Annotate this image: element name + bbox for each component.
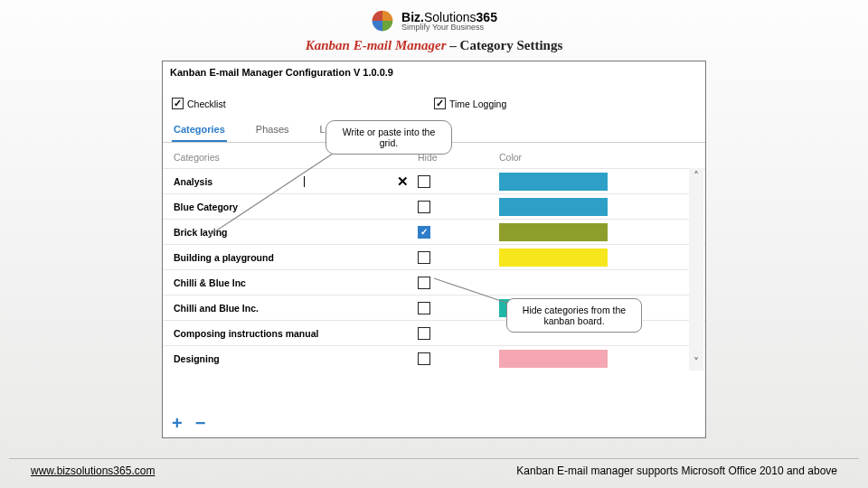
hide-checkbox[interactable] (418, 226, 430, 239)
table-row[interactable]: Analysis ✕ (163, 168, 705, 193)
scrollbar[interactable]: ˄ ˅ (689, 168, 703, 371)
window-title: Kanban E-mail Manager Configuration V 1.… (163, 61, 705, 98)
category-cell[interactable]: Building a playground (174, 252, 418, 263)
page-title: Kanban E-mail Manager – Category Setting… (0, 38, 868, 53)
page-footer: www.bizsolutions365.com Kanban E-mail ma… (9, 458, 859, 477)
add-row-button[interactable]: + (172, 413, 183, 434)
timelogging-toggle[interactable]: Time Logging (434, 98, 696, 109)
footer-note: Kanban E-mail manager supports Microsoft… (516, 465, 837, 477)
hide-checkbox[interactable] (418, 201, 430, 213)
grid-footer-buttons: + − (172, 413, 205, 434)
callout-hide-categories: Hide categories from the kanban board. (506, 298, 642, 333)
footer-url[interactable]: www.bizsolutions365.com (31, 465, 155, 477)
timelogging-label: Time Logging (449, 99, 506, 109)
table-row[interactable]: Blue Category (163, 193, 705, 219)
category-cell[interactable]: Analysis ✕ (174, 174, 418, 190)
brand-tagline: Simplify Your Business (401, 23, 497, 32)
table-row[interactable]: Chilli & Blue Inc (163, 269, 705, 295)
scroll-down-icon[interactable]: ˅ (692, 354, 701, 371)
checkbox-icon (434, 98, 446, 109)
color-swatch[interactable] (499, 274, 608, 292)
checklist-label: Checklist (187, 99, 226, 109)
category-cell[interactable]: Chilli & Blue Inc (174, 277, 418, 288)
scroll-up-icon[interactable]: ˄ (692, 168, 701, 184)
tab-categories[interactable]: Categories (172, 118, 227, 142)
table-row[interactable]: Building a playground (163, 244, 705, 269)
checklist-toggle[interactable]: Checklist (172, 98, 434, 109)
col-color: Color (499, 152, 608, 163)
category-cell[interactable]: Designing (174, 353, 418, 364)
color-swatch[interactable] (499, 350, 608, 368)
callout-write-paste: Write or paste into the grid. (326, 120, 452, 155)
hide-checkbox[interactable] (418, 302, 430, 314)
category-cell[interactable]: Chilli and Blue Inc. (174, 303, 418, 314)
tab-phases[interactable]: Phases (254, 118, 291, 142)
brand-logo-row: Biz.Solutions365 Simplify Your Business (0, 0, 868, 36)
checkbox-icon (172, 98, 184, 109)
hide-checkbox[interactable] (418, 352, 430, 365)
hide-checkbox[interactable] (418, 277, 430, 289)
hide-checkbox[interactable] (418, 251, 430, 264)
hide-checkbox[interactable] (418, 175, 430, 188)
color-swatch[interactable] (499, 223, 608, 241)
config-window: Kanban E-mail Manager Configuration V 1.… (162, 61, 706, 438)
hide-checkbox[interactable] (418, 327, 430, 340)
table-row[interactable]: Brick laying (163, 219, 705, 244)
color-swatch[interactable] (499, 249, 608, 267)
brand-logo-icon (371, 9, 394, 33)
category-cell[interactable]: Blue Category (174, 202, 418, 212)
color-swatch[interactable] (499, 173, 608, 191)
category-cell[interactable]: Composing instructions manual (174, 328, 418, 339)
remove-row-button[interactable]: − (195, 413, 206, 434)
table-row[interactable]: Designing (163, 345, 705, 371)
category-cell[interactable]: Brick laying (174, 227, 418, 238)
feature-row: Checklist Time Logging (163, 98, 705, 115)
clear-icon[interactable]: ✕ (397, 174, 409, 190)
grid-body: ˄ ˅ Analysis ✕Blue CategoryBrick layingB… (163, 168, 705, 371)
color-swatch[interactable] (499, 198, 608, 216)
